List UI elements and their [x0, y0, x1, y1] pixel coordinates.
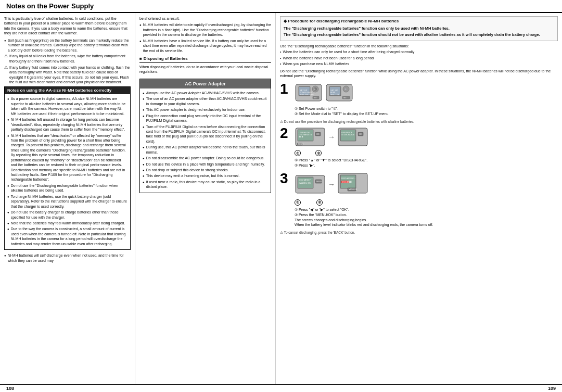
camera-svg-3b: DISCHARGING... DISCHARGE MENU/OK [337, 171, 368, 197]
camera-svg-2a: USB MODE DISCHARGE ◄ ■ ■ ■ OK RESET [295, 126, 326, 148]
nimh-bullet-0: As a power source in digital cameras, AA… [7, 96, 127, 116]
use-situations-intro: Use the "Discharging rechargeable batter… [280, 44, 558, 48]
ac-adapter-title: AC Power Adapter [140, 79, 271, 88]
step-1-images: SET-UP POWER SAVE BEEP SHUTTER ① SET [295, 82, 558, 105]
svg-text:①: ① [314, 87, 316, 90]
middle-column: be shortened as a result. Ni-MH batterie… [135, 13, 276, 384]
ac-adapter-box: AC Power Adapter Always use the AC power… [139, 79, 271, 193]
svg-text:CANCEL  OK: CANCEL OK [299, 182, 311, 184]
svg-text:SHUTTER: SHUTTER [330, 93, 339, 95]
right-column: ◆ Procedure for discharging rechargeable… [276, 13, 562, 384]
do-not-use-text: Do not use the "Discharging rechargeable… [280, 69, 558, 79]
step-1-instructions: ① Set Power switch to "①". ② Set the Mod… [295, 106, 558, 117]
svg-text:②: ② [344, 87, 347, 90]
ac-bullet-0: Always use the AC power Adapter AC-5VH/A… [143, 91, 268, 95]
last-bullet: Ni-MH batteries will self-discharge even… [4, 253, 131, 263]
page-container: Notes on the Power Supply This is partic… [0, 0, 562, 392]
nimh-bullet-1: Ni-MH batteries left unused in storage f… [7, 117, 127, 132]
nimh-bullet-4: To charge Ni-MH batteries, use the quick… [7, 194, 127, 209]
svg-text:BEEP SHUTTER: BEEP SHUTTER [300, 93, 314, 95]
circle-label-3b: ② [316, 199, 323, 206]
step-3-circle-labels: ① ② [295, 199, 558, 206]
ac-bullet-10: If used near a radio, this device may ca… [143, 180, 268, 189]
disposing-text: When disposing of batteries, do so in ac… [139, 65, 271, 74]
left-column: This is particularly true of alkaline ba… [0, 13, 135, 384]
note-alkaline: ⚠ Do not use the procedure for dischargi… [280, 120, 558, 124]
step-2-instructions: ① Press "▲" or "▼" to select "DISCHARGE"… [295, 158, 558, 168]
svg-text:DISCHARGE?: DISCHARGE? [299, 179, 311, 181]
svg-text:► DISCHARGE: ► DISCHARGE [341, 134, 355, 136]
svg-text:MENU: MENU [316, 181, 322, 183]
situation-2: When you purchase new Ni-MH batteries [280, 61, 558, 66]
camera-svg-1a: SET-UP POWER SAVE BEEP SHUTTER ① SET [295, 82, 323, 104]
nimh-service-life: Ni-MH batteries have a limited service l… [139, 39, 271, 53]
svg-text:SET: SET [314, 97, 317, 99]
step-2-images: USB MODE DISCHARGE ◄ ■ ■ ■ OK RESET → [295, 126, 558, 148]
step-2-circle-labels: ① ② [295, 150, 558, 156]
warning-2: ⚠ If any battery fluid comes into contac… [4, 65, 131, 85]
page-title-bar: Notes on the Power Supply [0, 0, 562, 13]
step-3-row: 3 DISCHARGE? CANCEL OK MENU [280, 171, 558, 227]
disposing-section: Disposing of Batteries When disposing of… [139, 56, 271, 74]
nimh-bullet-2: Ni-MH batteries that are "deactivated" o… [7, 133, 127, 182]
ac-bullet-7: Do not use this device in a place with h… [143, 162, 268, 167]
procedure-title: ◆ Procedure for discharging rechargeable… [284, 19, 554, 24]
procedure-box: ◆ Procedure for discharging rechargeable… [280, 16, 558, 41]
ac-bullet-6: Do not disassemble the AC power adapter.… [143, 156, 268, 160]
situation-0: When the batteries can only be used for … [280, 49, 558, 54]
circle-label-3a: ① [295, 199, 301, 206]
warning-icon-1: ⚠ [4, 54, 8, 59]
page-number-right: 109 [548, 386, 556, 391]
nimh-section-body: As a power source in digital cameras, AA… [5, 94, 130, 249]
svg-text:RESET: RESET [298, 143, 303, 145]
bullet-1: Soil (such as fingerprints) on the batte… [4, 38, 131, 53]
ac-bullet-3: Plug the connection cord plug securely i… [143, 113, 268, 123]
svg-text:OK: OK [316, 133, 320, 135]
page-title: Notes on the Power Supply [6, 2, 556, 10]
nimh-bullet-3: Do not use the "Discharging rechargeable… [7, 183, 127, 193]
step-3-content: DISCHARGE? CANCEL OK MENU → DISCHARGING.… [295, 171, 558, 227]
circle-label-1: ① [295, 150, 301, 156]
content-area: This is particularly true of alkaline ba… [0, 13, 562, 384]
nimh-section-title: Notes on using the AA-size Ni-MH batteri… [5, 87, 130, 95]
step-1-number: 1 [280, 82, 291, 96]
step-1-img-b: SET-UP BEEP SHUTTER ② SET [325, 82, 354, 105]
warning-icon-2: ⚠ [4, 65, 8, 71]
disposing-title: Disposing of Batteries [139, 56, 271, 63]
procedure-note-0: The "Discharging rechargeable batteries"… [284, 26, 554, 31]
circle-label-2: ② [315, 150, 322, 156]
svg-text:DISCHARGE: DISCHARGE [342, 181, 351, 183]
nimh-deteriorate: Ni-MH batteries will deteriorate rapidly… [139, 22, 271, 37]
shortened-note: be shortened as a result. [139, 16, 271, 21]
step-1-content: SET-UP POWER SAVE BEEP SHUTTER ① SET [295, 82, 558, 117]
situation-1: When the batteries have not been used fo… [280, 56, 558, 60]
page-number-left: 108 [6, 386, 14, 391]
step-3-instructions: ① Press "◀" or "▶" to select "OK". ② Pre… [295, 207, 558, 227]
step-2-row: 2 USB MODE DISCHARGE ◄ ■ ■ ■ OK [280, 126, 558, 168]
nimh-section-box: Notes on using the AA-size Ni-MH batteri… [4, 86, 131, 250]
step-2-content: USB MODE DISCHARGE ◄ ■ ■ ■ OK RESET → [295, 126, 558, 168]
intro-text: This is particularly true of alkaline ba… [4, 16, 131, 36]
camera-svg-1b: SET-UP BEEP SHUTTER ② SET [325, 82, 354, 104]
svg-text:SET: SET [343, 97, 347, 99]
ac-adapter-body: Always use the AC power Adapter AC-5VH/A… [140, 88, 271, 193]
step-1-img-a: SET-UP POWER SAVE BEEP SHUTTER ① SET [295, 82, 323, 105]
camera-svg-3a: DISCHARGE? CANCEL OK MENU [295, 173, 326, 195]
ac-bullet-5: During use, this AC power adapter will b… [143, 145, 268, 155]
step-1-row: 1 SET-UP POWER SAVE BEEP SHUTTER [280, 82, 558, 117]
step-3-images: DISCHARGE? CANCEL OK MENU → DISCHARGING.… [295, 171, 558, 197]
step-3-arrow: → [328, 180, 335, 189]
procedure-note-1: The "Discharging rechargeable batteries"… [284, 32, 554, 37]
ac-bullet-1: The use of an AC power adapter other tha… [143, 96, 268, 106]
page-numbers: 108 109 [0, 384, 562, 392]
step-3-number: 3 [280, 171, 291, 186]
svg-text:MENU/OK: MENU/OK [349, 188, 357, 191]
nimh-bullet-5: Do not use the battery charger to charge… [7, 210, 127, 220]
step-2-arrow: → [328, 132, 335, 142]
ac-bullet-8: Do not drop or subject this device to st… [143, 168, 268, 172]
svg-text:OK: OK [359, 133, 362, 135]
camera-svg-2b: USB MODE ► DISCHARGE OK [337, 126, 368, 148]
svg-text:■ ■ ■: ■ ■ ■ [299, 136, 303, 138]
ac-bullet-4: Turn off the FUJIFILM Digital camera bef… [143, 124, 268, 144]
ac-bullet-9: This device may emit a humming noise, bu… [143, 173, 268, 178]
